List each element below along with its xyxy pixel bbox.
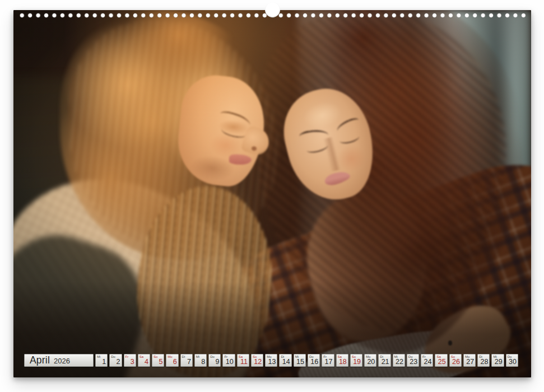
day-cell: Fr 17	[322, 354, 334, 367]
cover-photo	[13, 10, 531, 377]
day-number: 18	[339, 358, 347, 366]
day-number: 10	[226, 358, 234, 366]
day-cell: Fr 10	[222, 354, 235, 367]
day-cell: Mi 15	[294, 354, 306, 367]
day-cell: Fr 24	[421, 354, 433, 367]
day-number: 26	[452, 358, 460, 366]
day-cell: So 5	[152, 354, 164, 367]
day-number: 24	[424, 358, 431, 366]
date-strip: April 2026 Mi 1 Do 2 Fr 3 Sa 4 So 5 Mo 6…	[24, 354, 518, 367]
day-cell: So 19	[350, 354, 362, 367]
calendar-product-scene: April 2026 Mi 1 Do 2 Fr 3 Sa 4 So 5 Mo 6…	[0, 0, 544, 392]
day-cell: Do 23	[407, 354, 419, 367]
year-label: 2026	[54, 356, 70, 365]
day-number: 12	[254, 358, 262, 366]
day-cell: Mi 29	[491, 354, 504, 367]
day-cell: Mo 13	[265, 354, 277, 367]
day-number: 9	[215, 358, 219, 366]
day-number: 25	[438, 358, 446, 366]
day-cell: Do 2	[109, 354, 122, 367]
day-number: 20	[367, 358, 375, 366]
weekday-label: Mi	[97, 355, 100, 358]
day-cell: Sa 25	[435, 354, 447, 367]
day-cell: Mi 1	[95, 354, 108, 367]
weekday-label: Sa	[140, 355, 143, 358]
day-number: 7	[187, 358, 191, 366]
day-cell: Sa 18	[336, 354, 348, 367]
day-cell: Di 14	[279, 354, 291, 367]
day-number: 1	[102, 358, 106, 366]
day-cell: Fr 3	[124, 354, 136, 367]
month-label-box: April 2026	[24, 354, 94, 367]
day-cell: Mi 8	[194, 354, 207, 367]
day-number: 2	[117, 358, 120, 366]
hanger-notch	[265, 2, 280, 17]
day-cell: Do 9	[208, 354, 221, 367]
weekday-label: Fr	[125, 355, 129, 358]
weekday-label: So	[154, 355, 157, 358]
day-number: 16	[310, 358, 318, 366]
day-cell: Mo 20	[364, 354, 376, 367]
day-number: 28	[481, 358, 489, 366]
photo-vignette	[13, 10, 531, 377]
day-cells: Mi 1 Do 2 Fr 3 Sa 4 So 5 Mo 6 Di 7 Mi 8 …	[95, 354, 518, 367]
weekday-label: Mo	[168, 355, 172, 358]
day-number: 15	[296, 358, 304, 366]
day-number: 6	[173, 358, 177, 366]
day-number: 30	[509, 358, 517, 366]
day-number: 17	[325, 358, 333, 366]
day-number: 11	[240, 358, 248, 366]
day-number: 13	[268, 358, 276, 366]
day-cell: So 26	[449, 354, 462, 367]
day-cell: Mo 6	[166, 354, 178, 367]
day-cell: Sa 11	[237, 354, 249, 367]
day-cell: Di 28	[477, 354, 490, 367]
day-number: 8	[201, 358, 205, 366]
day-number: 5	[159, 358, 162, 366]
day-cell: Do 16	[308, 354, 320, 367]
day-cell: Mo 27	[463, 354, 476, 367]
day-number: 22	[396, 358, 403, 366]
day-number: 29	[495, 358, 503, 366]
calendar-sheet: April 2026 Mi 1 Do 2 Fr 3 Sa 4 So 5 Mo 6…	[13, 10, 531, 377]
day-number: 27	[466, 358, 474, 366]
day-number: 19	[353, 358, 361, 366]
day-number: 4	[145, 358, 148, 366]
day-cell: Mi 22	[393, 354, 405, 367]
day-cell: Di 21	[378, 354, 390, 367]
day-number: 3	[131, 358, 134, 366]
month-name: April	[30, 354, 50, 366]
day-cell: Do 30	[506, 354, 518, 367]
day-cell: Di 7	[180, 354, 193, 367]
day-cell: So 12	[251, 354, 263, 367]
day-number: 23	[410, 358, 417, 366]
weekday-label: Do	[111, 355, 115, 358]
day-number: 14	[282, 358, 290, 366]
weekday-label: Di	[182, 355, 185, 358]
weekday-label: Do	[210, 355, 215, 358]
weekday-label: Mi	[196, 355, 199, 358]
day-cell: Sa 4	[138, 354, 150, 367]
day-number: 21	[382, 358, 389, 366]
